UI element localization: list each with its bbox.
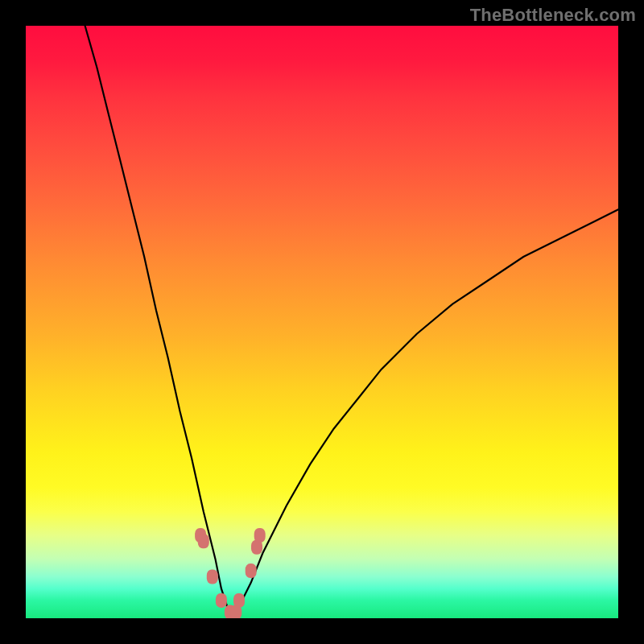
trough-marker xyxy=(198,534,209,548)
trough-marker-group xyxy=(195,528,266,618)
trough-marker xyxy=(216,593,227,608)
curve-layer xyxy=(26,26,618,618)
plot-area xyxy=(26,26,618,618)
trough-marker xyxy=(233,593,245,608)
trough-marker xyxy=(246,564,257,578)
chart-frame: TheBottleneck.com xyxy=(0,0,644,644)
bottleneck-curve xyxy=(85,26,618,618)
trough-marker xyxy=(254,528,266,543)
watermark-text: TheBottleneck.com xyxy=(470,5,636,26)
trough-marker xyxy=(207,570,218,584)
